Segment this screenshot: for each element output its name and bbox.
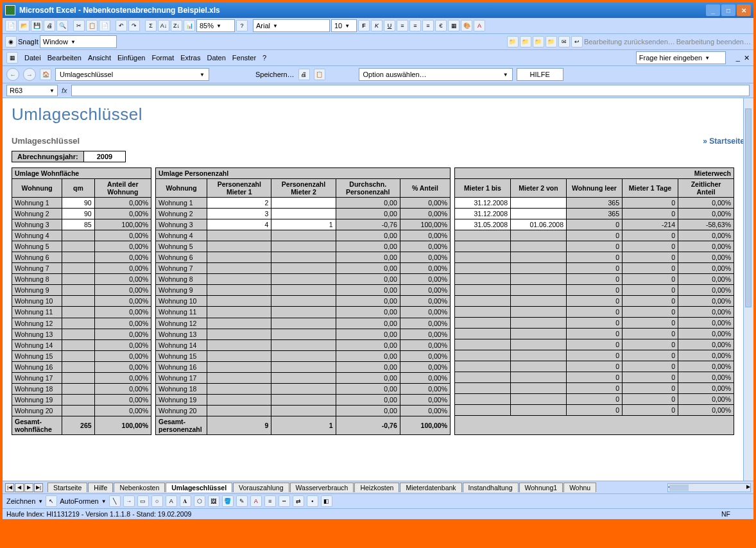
select-icon[interactable]: ↖	[46, 495, 57, 507]
tab-prev-icon[interactable]: ◀	[15, 483, 24, 492]
sheet-tab[interactable]: Wohnu	[563, 483, 596, 492]
table-row[interactable]: Wohnung 19 0,00%	[12, 394, 151, 405]
help-icon[interactable]: ?	[236, 20, 248, 31]
zeichnen-menu[interactable]: Zeichnen	[6, 497, 35, 505]
table-row[interactable]: 0 0 0,00%	[455, 230, 734, 241]
table-row[interactable]: Wohnung 3 85 100,00%	[12, 219, 151, 230]
menu-daten[interactable]: Daten	[207, 54, 225, 62]
folder-icon[interactable]: 📁	[507, 36, 519, 47]
table-row[interactable]: Wohnung 10 0,00 0,00%	[156, 296, 451, 307]
table-row[interactable]: 0 0 0,00%	[455, 285, 734, 296]
table-row[interactable]: 0 0 0,00%	[455, 329, 734, 339]
tab-first-icon[interactable]: |◀	[5, 483, 14, 492]
table-row[interactable]: 31.12.2008 365 0 0,00%	[455, 209, 734, 219]
table-row[interactable]: 0 0 0,00%	[455, 307, 734, 318]
table-row[interactable]: Wohnung 8 0,00%	[12, 274, 151, 285]
sheet-tab[interactable]: Startseite	[47, 483, 87, 492]
table-row[interactable]: Wohnung 19 0,00 0,00%	[156, 394, 451, 405]
sheet-tab[interactable]: Umlageschlüssel	[166, 483, 232, 492]
table-row[interactable]: Wohnung 7 0,00 0,00%	[156, 263, 451, 274]
undo-icon[interactable]: ↶	[116, 20, 127, 31]
table-row[interactable]: Wohnung 7 0,00%	[12, 263, 151, 274]
print2-icon[interactable]: 🖨	[298, 69, 310, 80]
fx-icon[interactable]: fx	[62, 87, 67, 94]
sort-desc-icon[interactable]: Z↓	[171, 20, 182, 31]
address-combo[interactable]: Umlageschlüssel▼	[55, 68, 209, 81]
table-row[interactable]: 0 0 0,00%	[455, 350, 734, 361]
hilfe-button[interactable]: HILFE	[517, 68, 563, 81]
forward-icon[interactable]: →	[23, 68, 36, 81]
option-combo[interactable]: Option auswählen…▼	[359, 68, 513, 81]
menu-einfuegen[interactable]: Einfügen	[117, 54, 145, 62]
table-row[interactable]: Wohnung 6 0,00 0,00%	[156, 252, 451, 263]
sheet-tab[interactable]: Wohnung1	[519, 483, 563, 492]
align-center-icon[interactable]: ≡	[409, 20, 421, 31]
align-left-icon[interactable]: ≡	[397, 20, 408, 31]
sheet-tab[interactable]: Mieterdatenbank	[400, 483, 461, 492]
table-row[interactable]: Wohnung 11 0,00%	[12, 307, 151, 318]
wordart-icon[interactable]: 𝐀	[180, 495, 191, 507]
close-button[interactable]: ✕	[737, 4, 751, 16]
oval-icon[interactable]: ○	[151, 495, 163, 507]
excel-menu-icon[interactable]: ▦	[6, 52, 18, 64]
zoom-combo[interactable]: 85%▼	[196, 19, 235, 32]
table-row[interactable]: Wohnung 3 4 1 -0,76 100,00%	[156, 219, 451, 230]
table-row[interactable]: Wohnung 6 0,00%	[12, 252, 151, 263]
menu-fenster[interactable]: Fenster	[232, 54, 256, 62]
redo-icon[interactable]: ↷	[128, 20, 140, 31]
clipart-icon[interactable]: 🖼	[208, 495, 219, 507]
back-icon[interactable]: ←	[6, 68, 19, 81]
shadow-icon[interactable]: ▪	[307, 495, 318, 507]
table-row[interactable]: 0 0 0,00%	[455, 252, 734, 263]
table-row[interactable]: Wohnung 2 90 0,00%	[12, 209, 151, 219]
menu-hilfe[interactable]: ?	[262, 54, 266, 62]
sheet-tab[interactable]: Heizkosten	[354, 483, 399, 492]
table-row[interactable]: Wohnung 9 0,00 0,00%	[156, 285, 451, 296]
sheet-tab[interactable]: Instandhaltung	[463, 483, 519, 492]
table-row[interactable]: 0 0 0,00%	[455, 383, 734, 394]
year-value[interactable]: 2009	[84, 151, 125, 162]
italic-icon[interactable]: K	[371, 20, 382, 31]
table-row[interactable]: 0 0 0,00%	[455, 339, 734, 350]
3d-icon[interactable]: ◧	[321, 495, 332, 507]
fontsize-combo[interactable]: 10▼	[331, 19, 357, 32]
formula-input[interactable]	[71, 85, 750, 96]
table-row[interactable]: Wohnung 11 0,00 0,00%	[156, 307, 451, 318]
textbox-icon[interactable]: A	[166, 495, 177, 507]
table-row[interactable]: Wohnung 15 0,00%	[12, 350, 151, 361]
name-box[interactable]: R63▼	[6, 85, 58, 96]
table-row[interactable]: Wohnung 12 0,00 0,00%	[156, 318, 451, 329]
table-row[interactable]: Wohnung 14 0,00 0,00%	[156, 339, 451, 350]
font-combo[interactable]: Arial▼	[253, 19, 330, 32]
table-row[interactable]: Wohnung 20 0,00%	[12, 405, 151, 416]
maximize-button[interactable]: □	[721, 4, 735, 16]
ask-question-input[interactable]: Frage hier eingeben▼	[636, 51, 726, 64]
mail-icon[interactable]: ✉	[558, 36, 570, 47]
table-row[interactable]: 0 0 0,00%	[455, 405, 734, 416]
autoformen-menu[interactable]: AutoFormen	[60, 497, 99, 505]
table-row[interactable]: Wohnung 4 0,00 0,00%	[156, 230, 451, 241]
arrow-icon[interactable]: →	[123, 495, 135, 507]
rect-icon[interactable]: ▭	[137, 495, 149, 507]
dashstyle-icon[interactable]: ┅	[279, 495, 290, 507]
table-row[interactable]: Wohnung 14 0,00%	[12, 339, 151, 350]
diagram-icon[interactable]: ⬡	[194, 495, 205, 507]
sheet-tab[interactable]: Vorauszahlung	[233, 483, 289, 492]
table-row[interactable]: Wohnung 8 0,00 0,00%	[156, 274, 451, 285]
minimize-button[interactable]: _	[706, 4, 720, 16]
table-row[interactable]: Wohnung 20 0,00 0,00%	[156, 405, 451, 416]
table-row[interactable]: Wohnung 10 0,00%	[12, 296, 151, 307]
save-icon[interactable]: 💾	[31, 20, 42, 31]
folder4-icon[interactable]: 📁	[546, 36, 557, 47]
borders-icon[interactable]: ▦	[448, 20, 460, 31]
bearbeitung-zuruck-button[interactable]: Bearbeitung zurücksenden…	[584, 38, 675, 46]
table-row[interactable]: Wohnung 5 0,00 0,00%	[156, 241, 451, 252]
table-row[interactable]: Wohnung 16 0,00%	[12, 361, 151, 372]
paste-icon[interactable]: 📄	[99, 20, 110, 31]
table-row[interactable]: Wohnung 12 0,00%	[12, 318, 151, 329]
linecolor-icon[interactable]: ✎	[236, 495, 248, 507]
copy2-icon[interactable]: 📋	[314, 69, 325, 80]
fillcolor2-icon[interactable]: 🪣	[222, 495, 234, 507]
currency-icon[interactable]: €	[435, 20, 447, 31]
table-row[interactable]: Wohnung 13 0,00%	[12, 329, 151, 339]
